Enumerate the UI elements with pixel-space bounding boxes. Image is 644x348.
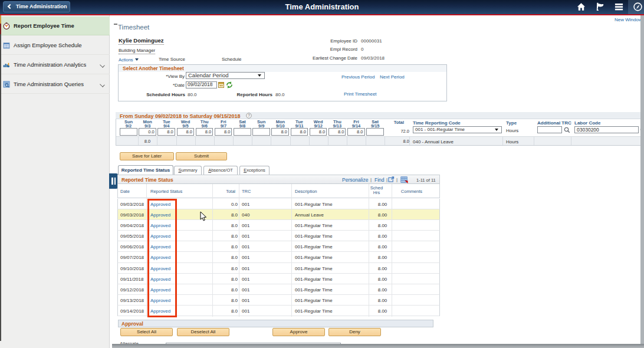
svg-text:?: ? — [248, 113, 250, 117]
